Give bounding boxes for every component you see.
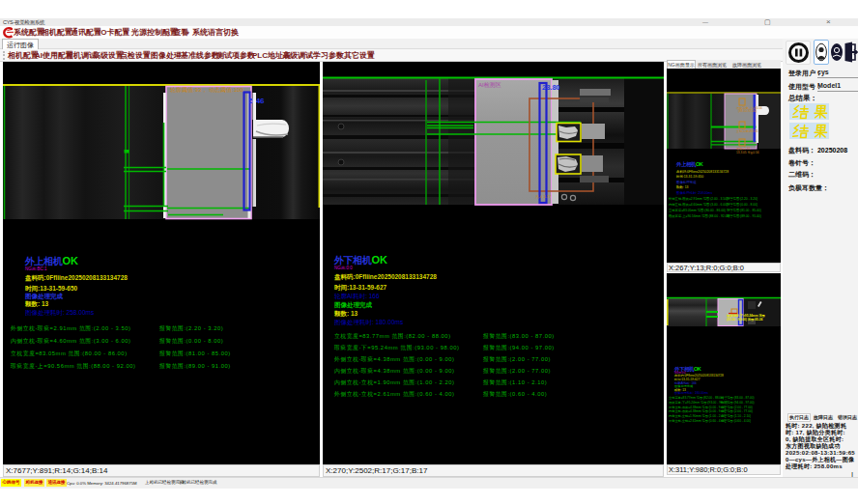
- svg-text:报警范围:(81.00 - 85.00): 报警范围:(81.00 - 85.00): [158, 350, 231, 357]
- svg-text:图像处理完成: 图像处理完成: [676, 180, 697, 184]
- svg-text:报警范围:(2.20 - 3.20): 报警范围:(2.20 - 3.20): [158, 324, 223, 332]
- svg-text:报警范围:(2.00 - 77.00): 报警范围:(2.00 - 77.00): [482, 367, 551, 375]
- svg-text:盘料码:0Ffliine20250208133134728: 盘料码:0Ffliine20250208133134728: [676, 169, 729, 174]
- svg-text:瑕疵宽度-下=95.24mm 范围:(93.00 - 98.: 瑕疵宽度-下=95.24mm 范围:(93.00 - 98.00): [333, 345, 459, 351]
- svg-text:报警范围:(81.00 - 85.00): 报警范围:(81.00 - 85.00): [727, 208, 761, 212]
- svg-text:外侧立枕-瑕疵=4.38mm 范围:(0.00 - 9.00: 外侧立枕-瑕疵=4.38mm 范围:(0.00 - 9.00): [669, 406, 726, 409]
- svg-text:图像处理耗时: 180.00ms: 图像处理耗时: 180.00ms: [674, 391, 708, 395]
- svg-text:外上相机OK: 外上相机OK: [675, 161, 703, 168]
- svg-text:13,3.05 每g,0.56: 13,3.05 每g,0.56: [736, 151, 759, 154]
- svg-text:报警范围:(0.00 - 8.00): 报警范围:(0.00 - 8.00): [727, 202, 758, 207]
- svg-text:报警范围:(94.00 - 97.00): 报警范围:(94.00 - 97.00): [721, 401, 755, 405]
- svg-text:报警范围:(2.00 - 77.00): 报警范围:(2.00 - 77.00): [721, 409, 753, 413]
- svg-text:内侧立枕-瑕疵=4.60mm 范围:(3.00 - 6.00: 内侧立枕-瑕疵=4.60mm 范围:(3.00 - 6.00): [11, 338, 130, 345]
- svg-text:报警范围:(2.00 - 77.00): 报警范围:(2.00 - 77.00): [721, 406, 753, 409]
- svg-text:报警范围:(94.00 - 97.00): 报警范围:(94.00 - 97.00): [482, 344, 555, 351]
- svg-text:报警范围:(1.10 - 2.10): 报警范围:(1.10 - 2.10): [482, 378, 547, 386]
- svg-text:外侧立枕-立枕=2.61mm 范围:(0.60 - 4.00: 外侧立枕-立枕=2.61mm 范围:(0.60 - 4.00): [669, 419, 726, 423]
- svg-text:立枕宽度=83.05: 立枕宽度=83.05: [736, 129, 758, 133]
- svg-text:盘料码:0Ffliine20250208133134728: 盘料码:0Ffliine20250208133134728: [24, 274, 128, 282]
- svg-text:报警范围:(2.20 - 3.20): 报警范围:(2.20 - 3.20): [727, 196, 758, 201]
- svg-text:轮廓阈值:93， 动态阈值:100: 轮廓阈值:93， 动态阈值:100: [170, 86, 243, 94]
- svg-text:外侧立枕-立枕=2.61mm 范围:(0.60 - 4.00: 外侧立枕-立枕=2.61mm 范围:(0.60 - 4.00): [333, 390, 454, 398]
- svg-text:时间:13-31-59-627: 时间:13-31-59-627: [334, 284, 387, 292]
- svg-text:报警范围:(0.60 - 4.00): 报警范围:(0.60 - 4.00): [721, 419, 751, 423]
- svg-text:报警范围:(1.10 - 2.10): 报警范围:(1.10 - 2.10): [721, 414, 751, 418]
- svg-text:颗数: 13: 颗数: 13: [24, 300, 49, 308]
- svg-text:报警范围:(89.00 - 91.00): 报警范围:(89.00 - 91.00): [158, 362, 231, 370]
- svg-text:立枕宽度=83.05mm 范围:(80.00 - 86.00: 立枕宽度=83.05mm 范围:(80.00 - 86.00): [669, 209, 726, 212]
- svg-text:时间:13-31-59-650: 时间:13-31-59-650: [676, 175, 703, 179]
- svg-text:立枕宽度=83.77mm 范围:(82.00 - 88.00: 立枕宽度=83.77mm 范围:(82.00 - 88.00): [669, 396, 724, 400]
- svg-text:外下相机OK: 外下相机OK: [333, 254, 387, 266]
- svg-text:内侧立枕-瑕疵=4.60mm 范围:(3.00 - 6.00: 内侧立枕-瑕疵=4.60mm 范围:(3.00 - 6.00): [669, 203, 728, 207]
- svg-text:图像处理完成: 图像处理完成: [334, 301, 373, 309]
- svg-text:NG光:0:0: NG光:0:0: [334, 266, 353, 270]
- svg-text:外上相机OK: 外上相机OK: [24, 255, 78, 266]
- svg-text:外侧立枕-瑕疵=4.38mm 范围:(0.00 - 9.00: 外侧立枕-瑕疵=4.38mm 范围:(0.00 - 9.00): [333, 355, 454, 363]
- svg-text:5.46: 5.46: [249, 97, 265, 105]
- svg-text:盘料码:0Ffliine20250208133134728: 盘料码:0Ffliine20250208133134728: [333, 273, 437, 281]
- svg-text:23.80: 23.80: [542, 83, 560, 92]
- svg-text:瑕疵宽度-上=90.56mm 范围:(88.00 - 92.: 瑕疵宽度-上=90.56mm 范围:(88.00 - 92.00): [669, 214, 729, 218]
- svg-text:报警范围:(83.00 - 87.00): 报警范围:(83.00 - 87.00): [721, 396, 755, 400]
- svg-text:轮廓AI耗时: 166: 轮廓AI耗时: 166: [334, 293, 380, 300]
- svg-text:外侧立枕-瑕疵=2.91mm 范围:(2.00 - 3.50: 外侧立枕-瑕疵=2.91mm 范围:(2.00 - 3.50): [669, 196, 728, 201]
- svg-text:(93.00 - 98.00) 范围:95.24: (93.00 - 98.00) 范围:95.24: [727, 318, 762, 322]
- svg-text:瑕疵宽度-下=95.24mm 范围:(93.00 - 98.: 瑕疵宽度-下=95.24mm 范围:(93.00 - 98.00): [669, 401, 728, 405]
- svg-text:瑕疵宽度-上=90.56mm 范围:(88.00 - 92.: 瑕疵宽度-上=90.56mm 范围:(88.00 - 92.00): [10, 363, 135, 370]
- svg-text:报警范围:(83.00 - 87.00): 报警范围:(83.00 - 87.00): [482, 332, 555, 340]
- svg-text:报警范围:(2.00 - 77.00): 报警范围:(2.00 - 77.00): [482, 355, 551, 363]
- svg-text:颗数: 13: 颗数: 13: [333, 310, 358, 318]
- svg-text:外侧立枕-瑕疵=2.91mm 范围:(2.00 - 3.50: 外侧立枕-瑕疵=2.91mm 范围:(2.00 - 3.50): [10, 324, 130, 332]
- svg-text:(88.00-92.00): (88.00-92.00): [738, 109, 757, 113]
- svg-text:图像处理耗时: 258.00ms: 图像处理耗时: 258.00ms: [25, 309, 95, 317]
- svg-text:内侧立枕-瑕疵=4.38mm 范围:(0.00 - 9.00: 内侧立枕-瑕疵=4.38mm 范围:(0.00 - 9.00): [669, 409, 726, 413]
- svg-text:立枕宽度=83.77mm 范围:(82.00 - 88.00: 立枕宽度=83.77mm 范围:(82.00 - 88.00): [334, 333, 451, 340]
- svg-text:图像处理耗时: 180.00ms: 图像处理耗时: 180.00ms: [334, 319, 404, 326]
- svg-text:报警范围:(0.60 - 4.00): 报警范围:(0.60 - 4.00): [482, 390, 547, 398]
- svg-text:图像处理耗时: 258.00ms: 图像处理耗时: 258.00ms: [676, 190, 712, 195]
- svg-text:NG光:BC:1: NG光:BC:1: [25, 266, 47, 271]
- svg-text:内侧立枕-瑕疵=4.38mm 范围:(0.00 - 9.00: 内侧立枕-瑕疵=4.38mm 范围:(0.00 - 9.00): [334, 368, 454, 375]
- svg-text:内侧立枕-立枕=1.90mm 范围:(1.00 - 2.20: 内侧立枕-立枕=1.90mm 范围:(1.00 - 2.20): [334, 379, 454, 386]
- svg-text:立枕宽度=83.05mm 范围:(80.00 - 86.00: 立枕宽度=83.05mm 范围:(80.00 - 86.00): [11, 350, 128, 357]
- svg-text:报警范围:(89.00 - 91.00): 报警范围:(89.00 - 91.00): [727, 213, 761, 218]
- svg-text:AI检测区: AI检测区: [478, 81, 501, 88]
- svg-text:内侧立枕-立枕=1.90mm 范围:(1.00 - 2.20: 内侧立枕-立枕=1.90mm 范围:(1.00 - 2.20): [669, 414, 726, 418]
- svg-text:颗数: 13: 颗数: 13: [676, 185, 689, 189]
- svg-text:凡.0 1.77: 凡.0 1.77: [535, 194, 552, 199]
- svg-text:图像处理完成: 图像处理完成: [25, 293, 64, 300]
- svg-text:报警范围:(0.00 - 8.00): 报警范围:(0.00 - 8.00): [158, 337, 223, 345]
